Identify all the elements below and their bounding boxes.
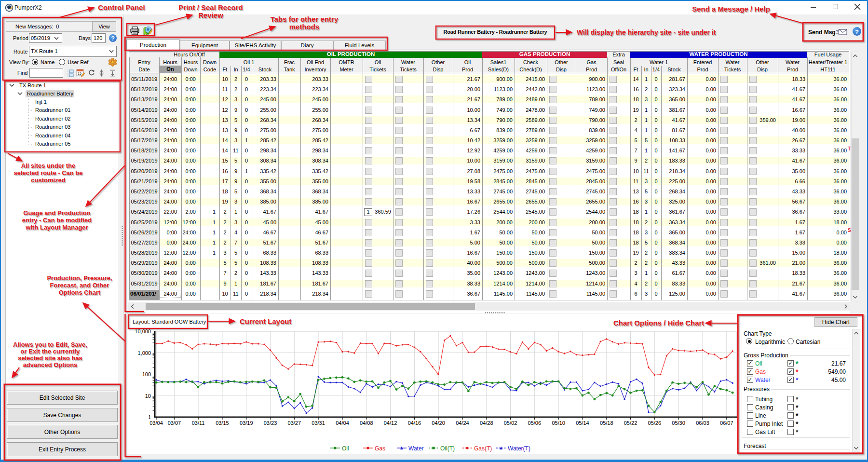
svg-text:S: S xyxy=(848,228,851,233)
svg-text:T: T xyxy=(848,146,851,151)
